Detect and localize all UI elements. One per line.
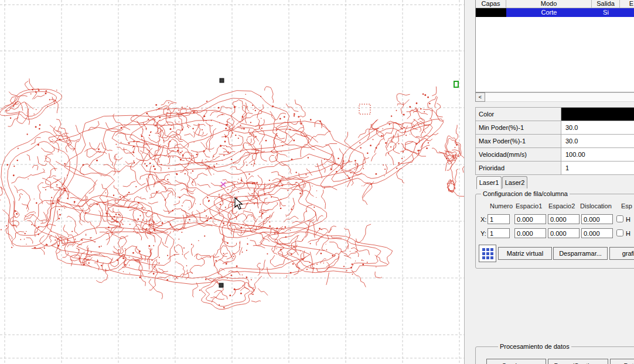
colhead-espacio1: Espacio1	[516, 202, 542, 210]
x-espacio1-input[interactable]	[514, 214, 546, 224]
rowcol-config-group: Configuracion de fila/columna Numero Esp…	[475, 194, 634, 269]
design-canvas[interactable]	[0, 0, 464, 364]
colhead-numero: Numero	[490, 202, 513, 210]
matrix-grid-icon	[482, 248, 493, 259]
laser-tabs: Laser1 Laser2	[476, 176, 528, 189]
stop-button[interactable]: Dete	[610, 359, 634, 364]
color-value-swatch[interactable]	[561, 108, 634, 121]
laser-app-window: Capas Modo Salida E Corte Si < Color	[0, 0, 634, 364]
layer-color-swatch[interactable]	[476, 8, 506, 17]
tab-laser1[interactable]: Laser1	[476, 176, 502, 189]
column-header-modo: Modo	[506, 0, 592, 8]
tab-laser2[interactable]: Laser2	[502, 176, 527, 188]
layers-table-header: Capas Modo Salida E	[476, 0, 634, 8]
column-header-salida: Salida	[592, 0, 620, 8]
column-header-capas: Capas	[476, 0, 506, 8]
prop-row-priority: Prioridad 1	[476, 162, 634, 175]
right-panel: Capas Modo Salida E Corte Si < Color	[464, 0, 634, 364]
group-title: Procesamiento de datos	[498, 343, 571, 350]
speed-value[interactable]: 100.00	[561, 148, 634, 161]
x-h-checkbox[interactable]	[616, 215, 623, 222]
scatter-button[interactable]: Desparramar...	[553, 247, 608, 260]
priority-value[interactable]: 1	[561, 162, 634, 174]
layer-row-selected[interactable]: Corte Si	[476, 8, 634, 17]
x-espacio2-input[interactable]	[548, 214, 580, 224]
prop-row-min-power: Min Poder(%)-1 30.0	[476, 121, 634, 135]
column-header-e: E	[620, 0, 634, 8]
layers-hscrollbar: <	[475, 92, 634, 102]
prop-row-speed: Velocidad(mm/s) 100.00	[476, 148, 634, 162]
max-power-value[interactable]: 30.0	[561, 135, 634, 147]
colhead-esp: Esp	[621, 202, 632, 210]
prop-row-max-power: Max Poder(%)-1 30.0	[476, 135, 634, 148]
layers-table: Capas Modo Salida E Corte Si	[475, 0, 634, 92]
y-espacio2-input[interactable]	[548, 228, 580, 238]
start-button[interactable]: Comienzo	[486, 359, 546, 364]
y-axis-label: Y:	[480, 230, 486, 237]
x-dislocation-input[interactable]	[581, 214, 613, 224]
grafia-button[interactable]: grafia a	[609, 247, 634, 260]
scroll-left-button[interactable]: <	[475, 92, 485, 102]
min-power-value[interactable]: 30.0	[561, 121, 634, 134]
artwork-svg	[0, 0, 464, 364]
x-numero-input[interactable]	[488, 214, 510, 224]
layer-properties: Color Min Poder(%)-1 30.0 Max Poder(%)-1…	[475, 107, 634, 175]
virtual-matrix-button[interactable]: Matriz virtual	[498, 247, 552, 260]
prop-label: Prioridad	[476, 162, 561, 174]
matrix-grid-button[interactable]	[479, 245, 496, 262]
prop-row-color: Color	[476, 108, 634, 121]
x-h-label: H	[626, 216, 630, 223]
y-numero-input[interactable]	[488, 228, 510, 238]
colhead-dislocation: Dislocation	[580, 202, 612, 210]
pause-continue-button[interactable]: Pausa/Continuar	[548, 359, 608, 364]
y-h-label: H	[626, 230, 630, 237]
prop-label: Velocidad(mm/s)	[476, 148, 561, 161]
y-h-checkbox[interactable]	[616, 229, 623, 236]
data-processing-group: Procesamiento de datos Comienzo Pausa/Co…	[475, 346, 634, 364]
x-axis-label: X:	[480, 216, 486, 223]
y-espacio1-input[interactable]	[514, 228, 546, 238]
prop-label: Max Poder(%)-1	[476, 135, 561, 147]
layer-mode-cell[interactable]: Corte	[506, 8, 592, 17]
colhead-espacio2: Espacio2	[548, 202, 575, 210]
layer-output-cell[interactable]: Si	[592, 8, 620, 17]
y-dislocation-input[interactable]	[581, 228, 613, 238]
prop-label: Color	[476, 108, 561, 121]
prop-label: Min Poder(%)-1	[476, 121, 561, 134]
group-title: Configuracion de fila/columna	[481, 190, 570, 197]
scroll-track[interactable]	[485, 92, 634, 102]
layer-extra-cell[interactable]	[620, 8, 634, 17]
